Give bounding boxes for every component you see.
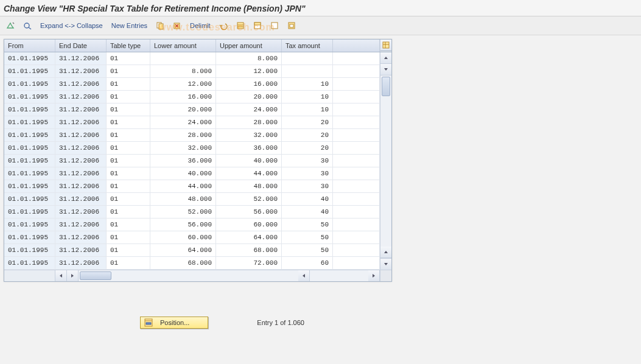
cell-end[interactable]: 31.12.2006	[55, 103, 107, 116]
table-row[interactable]: 01.01.199531.12.20060148.00052.00040	[4, 193, 380, 206]
table-row[interactable]: 01.01.199531.12.20060112.00016.00010	[4, 78, 380, 91]
table-row[interactable]: 01.01.199531.12.20060132.00036.00020	[4, 142, 380, 155]
cell-tax[interactable]: 50	[282, 231, 333, 243]
configure-columns-icon[interactable]	[380, 40, 391, 51]
cell-tax[interactable]: 30	[282, 180, 333, 192]
cell-from[interactable]: 01.01.1995	[4, 193, 55, 205]
table-row[interactable]: 01.01.199531.12.20060152.00056.00040	[4, 206, 380, 219]
cell-tax[interactable]: 10	[282, 78, 333, 90]
cell-upper[interactable]: 20.000	[216, 91, 282, 103]
cell-lower[interactable]: 12.000	[150, 78, 216, 90]
cell-from[interactable]: 01.01.1995	[4, 257, 55, 269]
cell-from[interactable]: 01.01.1995	[4, 206, 55, 218]
cell-tax[interactable]	[282, 52, 333, 65]
cell-tax[interactable]: 40	[282, 193, 333, 205]
delete-icon[interactable]	[170, 21, 184, 30]
cell-end[interactable]: 31.12.2006	[55, 78, 107, 90]
cell-lower[interactable]: 68.000	[150, 257, 216, 269]
cell-lower[interactable]: 64.000	[150, 244, 216, 256]
cell-type[interactable]: 01	[107, 116, 150, 128]
cell-lower[interactable]: 44.000	[150, 180, 216, 192]
table-row[interactable]: 01.01.199531.12.2006018.00012.000	[4, 65, 380, 78]
cell-tax[interactable]: 40	[282, 206, 333, 218]
cell-lower[interactable]: 24.000	[150, 116, 216, 128]
cell-tax[interactable]: 20	[282, 129, 333, 141]
cell-type[interactable]: 01	[107, 219, 150, 231]
cell-type[interactable]: 01	[107, 206, 150, 218]
cell-lower[interactable]: 28.000	[150, 129, 216, 141]
cell-upper[interactable]: 24.000	[216, 103, 282, 116]
table-row[interactable]: 01.01.199531.12.20060136.00040.00030	[4, 155, 380, 167]
cell-upper[interactable]: 28.000	[216, 116, 282, 128]
new-entries-button[interactable]: New Entries	[109, 21, 150, 30]
scroll-down-step-icon[interactable]	[380, 64, 391, 75]
hscroll-track-left[interactable]	[79, 270, 298, 281]
table-row[interactable]: 01.01.199531.12.20060156.00060.00050	[4, 219, 380, 231]
cell-end[interactable]: 31.12.2006	[55, 180, 107, 192]
cell-end[interactable]: 31.12.2006	[55, 167, 107, 180]
scroll-up-step-icon[interactable]	[380, 247, 391, 258]
cell-lower[interactable]: 48.000	[150, 193, 216, 205]
cell-end[interactable]: 31.12.2006	[55, 193, 107, 205]
cell-type[interactable]: 01	[107, 180, 150, 192]
cell-from[interactable]: 01.01.1995	[4, 129, 55, 141]
cell-from[interactable]: 01.01.1995	[4, 103, 55, 116]
cell-from[interactable]: 01.01.1995	[4, 155, 55, 167]
cell-from[interactable]: 01.01.1995	[4, 142, 55, 154]
cell-upper[interactable]: 72.000	[216, 257, 282, 269]
horizontal-scrollbar[interactable]	[4, 270, 391, 281]
col-header-end[interactable]: End Date	[55, 40, 107, 52]
table-row[interactable]: 01.01.199531.12.20060168.00072.00060	[4, 257, 380, 270]
cell-tax[interactable]: 10	[282, 103, 333, 116]
cell-type[interactable]: 01	[107, 103, 150, 116]
table-row[interactable]: 01.01.199531.12.20060120.00024.00010	[4, 103, 380, 116]
table-row[interactable]: 01.01.199531.12.20060140.00044.00030	[4, 167, 380, 180]
cell-type[interactable]: 01	[107, 52, 150, 65]
other-view-icon[interactable]	[21, 21, 34, 30]
cell-end[interactable]: 31.12.2006	[55, 206, 107, 218]
expand-collapse-button[interactable]: Expand <-> Collapse	[38, 21, 105, 30]
table-row[interactable]: 01.01.199531.12.2006018.000	[4, 52, 380, 65]
vscroll-thumb[interactable]	[382, 77, 390, 96]
hscroll-left-icon[interactable]	[55, 270, 67, 281]
cell-lower[interactable]: 56.000	[150, 219, 216, 231]
cell-upper[interactable]: 12.000	[216, 65, 282, 77]
cell-tax[interactable]: 20	[282, 142, 333, 154]
position-button[interactable]: Position...	[140, 317, 208, 329]
table-row[interactable]: 01.01.199531.12.20060160.00064.00050	[4, 231, 380, 244]
cell-tax[interactable]: 30	[282, 167, 333, 180]
select-block-icon[interactable]	[251, 21, 264, 30]
cell-type[interactable]: 01	[107, 155, 150, 167]
cell-tax[interactable]: 20	[282, 116, 333, 128]
hscroll-right2-icon[interactable]	[368, 270, 380, 281]
cell-end[interactable]: 31.12.2006	[55, 257, 107, 269]
cell-upper[interactable]: 36.000	[216, 142, 282, 154]
delimit-button[interactable]: Delimit	[187, 21, 213, 30]
cell-lower[interactable]: 16.000	[150, 91, 216, 103]
cell-lower[interactable]	[150, 52, 216, 65]
cell-end[interactable]: 31.12.2006	[55, 231, 107, 243]
vscroll-track[interactable]	[380, 75, 391, 247]
cell-upper[interactable]: 16.000	[216, 78, 282, 90]
cell-type[interactable]: 01	[107, 142, 150, 154]
cell-from[interactable]: 01.01.1995	[4, 167, 55, 180]
hscroll-track-right[interactable]	[310, 270, 368, 281]
cell-upper[interactable]: 52.000	[216, 193, 282, 205]
cell-lower[interactable]: 32.000	[150, 142, 216, 154]
table-row[interactable]: 01.01.199531.12.20060164.00068.00050	[4, 244, 380, 257]
cell-from[interactable]: 01.01.1995	[4, 91, 55, 103]
cell-end[interactable]: 31.12.2006	[55, 129, 107, 141]
col-header-tax[interactable]: Tax amount	[282, 40, 333, 52]
hscroll-thumb-left[interactable]	[80, 271, 111, 280]
cell-tax[interactable]: 10	[282, 91, 333, 103]
cell-tax[interactable]: 30	[282, 155, 333, 167]
print-icon[interactable]	[285, 21, 298, 30]
cell-from[interactable]: 01.01.1995	[4, 65, 55, 77]
cell-upper[interactable]: 56.000	[216, 206, 282, 218]
cell-upper[interactable]: 8.000	[216, 52, 282, 65]
cell-type[interactable]: 01	[107, 78, 150, 90]
cell-from[interactable]: 01.01.1995	[4, 180, 55, 192]
scroll-up-icon[interactable]	[380, 52, 391, 64]
table-row[interactable]: 01.01.199531.12.20060124.00028.00020	[4, 116, 380, 129]
cell-end[interactable]: 31.12.2006	[55, 219, 107, 231]
